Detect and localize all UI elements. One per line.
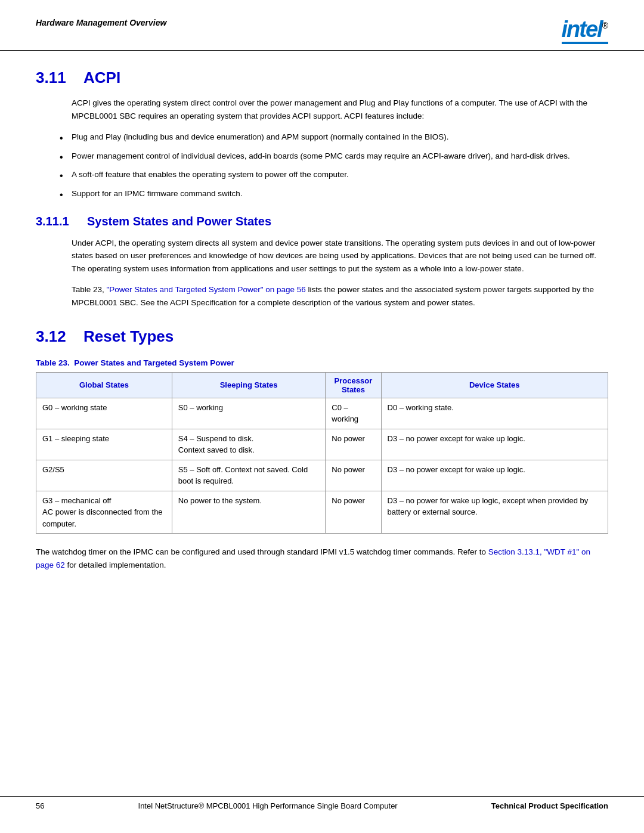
- para2-link[interactable]: "Power States and Targeted System Power"…: [107, 285, 306, 294]
- col-global-states: Global States: [36, 372, 172, 398]
- watchdog-para: The watchdog timer on the IPMC can be co…: [36, 546, 608, 571]
- header-title: Hardware Management Overview: [36, 18, 166, 27]
- section-3111-number: 3.11.1: [36, 215, 78, 228]
- bullet-item-3: A soft-off feature that enables the oper…: [60, 168, 608, 181]
- page-footer: 56 Intel NetStructure® MPCBL0001 High Pe…: [0, 796, 644, 815]
- footer-center-text: Intel NetStructure® MPCBL0001 High Perfo…: [138, 801, 398, 810]
- section-3111-para1: Under ACPI, the operating system directs…: [72, 237, 608, 275]
- cell-sleeping-2: S4 – Suspend to disk.Context saved to di…: [172, 429, 325, 460]
- section-312-heading: 3.12 Reset Types: [36, 327, 608, 346]
- table-header-row: Global States Sleeping States ProcessorS…: [36, 372, 608, 398]
- footer-page-number: 56: [36, 801, 44, 810]
- table-row: G3 – mechanical offAC power is disconnec…: [36, 491, 608, 534]
- cell-device-4: D3 – no power for wake up logic, except …: [381, 491, 608, 534]
- cell-sleeping-3: S5 – Soft off. Context not saved. Cold b…: [172, 460, 325, 491]
- cell-global-3: G2/S5: [36, 460, 172, 491]
- cell-global-4: G3 – mechanical offAC power is disconnec…: [36, 491, 172, 534]
- watchdog-post: for detailed implementation.: [65, 561, 166, 569]
- watchdog-pre: The watchdog timer on the IPMC can be co…: [36, 547, 488, 556]
- table-row: G1 – sleeping state S4 – Suspend to disk…: [36, 429, 608, 460]
- cell-global-1: G0 – working state: [36, 398, 172, 429]
- cell-processor-3: No power: [326, 460, 381, 491]
- cell-processor-1: C0 – working: [326, 398, 381, 429]
- cell-device-3: D3 – no power except for wake up logic.: [381, 460, 608, 491]
- cell-processor-2: No power: [326, 429, 381, 460]
- section-312-number: 3.12: [36, 327, 72, 346]
- table-row: G0 – working state S0 – working C0 – wor…: [36, 398, 608, 429]
- cell-processor-4: No power: [326, 491, 381, 534]
- table-caption-label: Table 23.: [36, 358, 74, 367]
- table-caption-text: Power States and Targeted System Power: [74, 358, 234, 367]
- cell-sleeping-1: S0 – working: [172, 398, 325, 429]
- table-row: G2/S5 S5 – Soft off. Context not saved. …: [36, 460, 608, 491]
- section-312-title: Reset Types: [83, 327, 174, 346]
- section-311-number: 3.11: [36, 69, 72, 87]
- section-311-heading: 3.11 ACPI: [36, 69, 608, 87]
- bullet-list-311: Plug and Play (including bus and device …: [60, 131, 608, 200]
- para2-pre: Table 23,: [72, 285, 107, 294]
- power-states-table: Global States Sleeping States ProcessorS…: [36, 372, 608, 534]
- section-311-title: ACPI: [83, 69, 120, 87]
- cell-device-2: D3 – no power except for wake up logic.: [381, 429, 608, 460]
- cell-sleeping-4: No power to the system.: [172, 491, 325, 534]
- section-311-intro: ACPI gives the operating system direct c…: [72, 97, 608, 122]
- col-sleeping-states: Sleeping States: [172, 372, 325, 398]
- footer-right-text: Technical Product Specification: [491, 801, 608, 810]
- page-header: Hardware Management Overview intel®: [0, 0, 644, 51]
- intel-logo-underline: [562, 42, 608, 44]
- bullet-item-4: Support for an IPMC firmware command swi…: [60, 187, 608, 200]
- table-23-caption: Table 23. Power States and Targeted Syst…: [36, 358, 608, 367]
- bullet-item-1: Plug and Play (including bus and device …: [60, 131, 608, 144]
- intel-logo: intel®: [562, 18, 608, 44]
- section-3111-heading: 3.11.1 System States and Power States: [36, 215, 608, 228]
- main-content: 3.11 ACPI ACPI gives the operating syste…: [0, 69, 644, 571]
- col-device-states: Device States: [381, 372, 608, 398]
- col-processor-states: ProcessorStates: [326, 372, 381, 398]
- cell-device-1: D0 – working state.: [381, 398, 608, 429]
- section-3111-title: System States and Power States: [87, 215, 271, 228]
- bullet-item-2: Power management control of individual d…: [60, 150, 608, 163]
- page: Hardware Management Overview intel® 3.11…: [0, 0, 644, 833]
- section-3111-para2: Table 23, "Power States and Targeted Sys…: [72, 283, 608, 309]
- cell-global-2: G1 – sleeping state: [36, 429, 172, 460]
